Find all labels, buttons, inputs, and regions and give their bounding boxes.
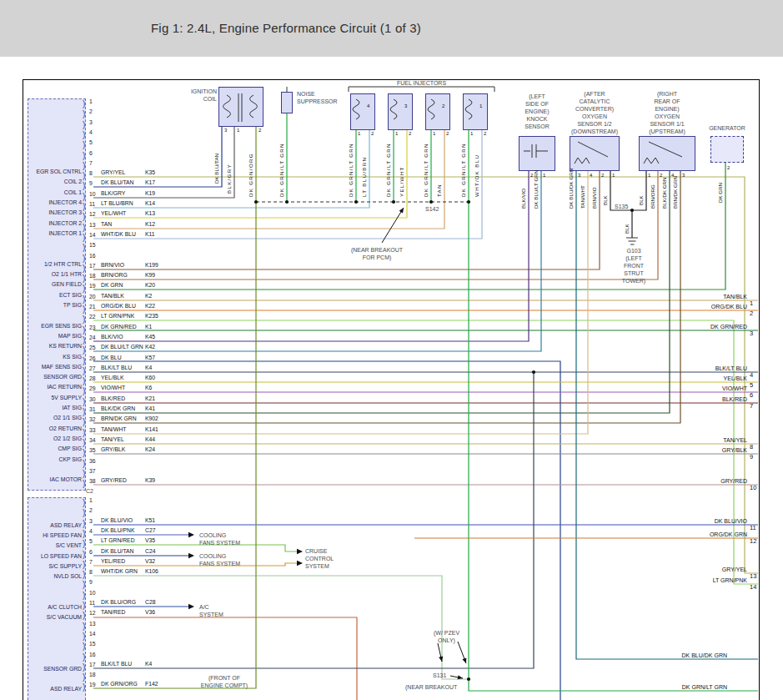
pcm-wire-code: K235 (145, 313, 158, 319)
exit-wire-label: ORG/DK BLU (672, 303, 747, 310)
pcm-signal-label: INJECTOR 3 (28, 209, 82, 216)
pcm-wire-code: K41 (145, 405, 155, 411)
pcm-pin-number: 15 (89, 641, 96, 647)
pcm-signal-label: A/C CLUTCH (28, 604, 82, 611)
pcm-signal-label: MAF SENS SIG (28, 364, 82, 370)
pcm-wire-label: DK BLU/TAN (101, 179, 134, 185)
g103-label: G103 (LEFT FRONT STRUT TOWER) (612, 247, 655, 285)
pcm-pin-bracket: ) (83, 591, 85, 600)
component-pin-number: 2 (258, 128, 261, 133)
pcm-pin-number: 3 (89, 518, 93, 524)
exit-circuit-number: 13 (750, 572, 756, 580)
pcm-pin-number: 36 (89, 458, 96, 464)
pcm-pin-number: 38 (89, 478, 96, 484)
o2-downstream-label: (AFTER CATALYTIC CONVERTER) OXYGEN SENSO… (567, 90, 622, 135)
s142-label: S142 (425, 205, 450, 213)
exit-circuit-number: 5 (750, 381, 753, 389)
component-pin-number: 4 (671, 173, 674, 178)
component-wire-label: WHT/DK BLU (474, 135, 479, 197)
pcm-wire-label: BLK/LT BLU (101, 661, 132, 667)
pcm-signal-label: EGR SOL CNTRL (28, 169, 82, 175)
pcm-wire-label: TAN/WHT (101, 426, 126, 432)
system-arrow (188, 532, 194, 537)
pcm-signal-label: S/C VENT (28, 542, 82, 549)
pcm-signal-label: GEN FIELD (28, 281, 82, 288)
pcm-pin-number: 11 (89, 600, 95, 606)
pcm-pin-bracket: ) (83, 498, 85, 507)
pcm-pin-number: 1 (89, 497, 93, 503)
pcm-pin-bracket: ) (83, 529, 85, 538)
pcm-pin-bracket: ) (83, 212, 85, 221)
pcm-wire-code: V35 (145, 537, 155, 543)
pcm-pin-bracket: ) (83, 264, 85, 273)
pcm-pin-bracket: ) (83, 192, 85, 201)
component-pin-number: 2 (484, 131, 486, 136)
pcm-pin-bracket: ) (83, 181, 85, 190)
ignition-coil-label: IGNITION COIL (180, 88, 217, 103)
pcm-signal-label: INJECTOR 2 (28, 220, 82, 227)
pcm-wire-code: V32 (145, 558, 155, 564)
component-wire-label: DK BLU/LT GRN (533, 171, 539, 209)
cruise-control-label: CRUISE CONTROL SYSTEM (305, 547, 347, 570)
component-wire-label: YEL/WHT (399, 135, 404, 197)
pcm-wire-code: C27 (145, 527, 155, 533)
pcm-signal-label: ASD RELAY (28, 686, 82, 692)
pcm-pin-number: 8 (89, 569, 93, 575)
pcm-pin-number: 24 (89, 335, 96, 340)
pcm-pin-bracket: ) (83, 254, 85, 263)
pcm-wire-code: K51 (145, 517, 155, 523)
component-wire-label: BLK (638, 185, 644, 205)
pcm-signal-label: O2 1/1 HTR (28, 271, 82, 278)
exit-wire-label: BLK/RED (672, 395, 747, 403)
pcm-wire-label: BLK/RED (101, 395, 125, 401)
pcm-pin-number: 3 (89, 119, 93, 125)
pcm-pin-bracket: ) (83, 140, 85, 149)
pcm-pin-bracket: ) (83, 130, 85, 139)
pcm-pin-number: 19 (89, 283, 96, 289)
o2-sensor-icon (575, 142, 608, 164)
pcm-wire-code: K57 (145, 355, 155, 360)
pcm-signal-label: CKP SIG (28, 456, 82, 463)
pcm-wire-label: BRN/VIO (101, 262, 124, 268)
pcm-pin-number: 5 (89, 139, 93, 145)
exit-circuit-number: 8 (750, 443, 753, 451)
system-arrow (188, 604, 194, 609)
pcm-signal-label: KS SIG (28, 354, 82, 360)
pcm-wire-code: K6 (145, 385, 152, 390)
exit-circuit-number: 1 (750, 300, 753, 307)
splice-dot (285, 200, 289, 204)
component-wire-label: DK BLU/TAN (213, 132, 219, 184)
component-pin-number: 1 (479, 103, 482, 108)
component-wire-label: TAN (436, 135, 442, 197)
pcm-pin-bracket: ) (83, 397, 85, 406)
wire (93, 171, 588, 434)
s131-location-label: (NEAR BREAKOUT (405, 683, 472, 691)
pcm-pin-number: 13 (89, 222, 96, 228)
component-wire-label: DK GRN/LT GRN (279, 133, 284, 197)
pcm-wire-label: TAN (101, 221, 112, 227)
exit-circuit-number: 12 (750, 537, 756, 545)
pcm-pin-bracket: ) (83, 550, 85, 559)
pcm-pin-bracket: ) (83, 417, 85, 426)
component-pin-number: 3 (578, 173, 580, 178)
pcm-signal-label: 5V SUPPLY (28, 395, 82, 401)
pcm-pin-bracket: ) (83, 284, 85, 293)
pcm-wire-label: DK BLU/VIO (101, 517, 133, 523)
pcm-wire-label: VIO/WHT (101, 385, 125, 390)
system-arrow (297, 561, 303, 566)
pcm-wire-code: K24 (145, 446, 155, 452)
pcm-pin-bracket: ) (83, 601, 85, 610)
component-pin-number: 2 (446, 131, 449, 136)
wire (93, 171, 680, 423)
component-pin-number: 1 (470, 131, 473, 136)
pcm-wire-label: BLK/LT BLU (101, 365, 132, 370)
exit-wire-label: DK GRN/RED (672, 323, 747, 330)
pcm-signal-label: ECT SIG (28, 292, 82, 299)
injector-coil-icon (353, 99, 359, 119)
pcm-pin-bracket: ) (83, 479, 85, 488)
component-pin-number: 2 (442, 103, 444, 108)
pcm-signal-label: S/C SUPPLY (28, 563, 82, 570)
exit-wire-label: DK BLU/VIO (672, 517, 747, 525)
exit-wire-label: GRY/YEL (672, 566, 747, 573)
pcm-wire-code: F142 (145, 681, 158, 687)
